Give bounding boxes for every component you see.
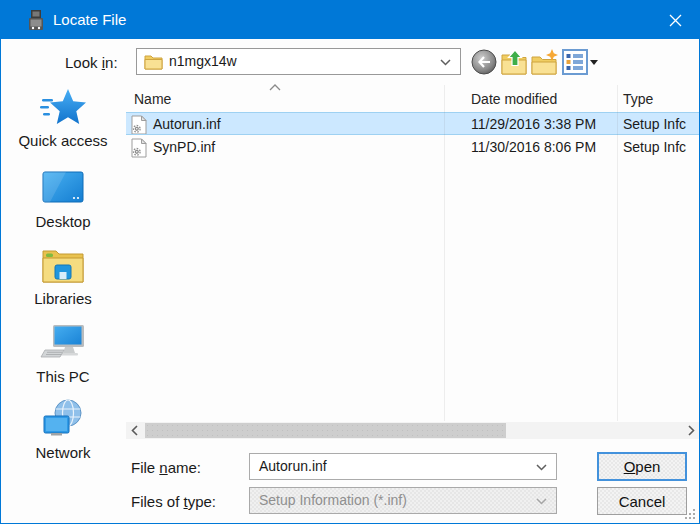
this-pc-computer-icon: [40, 323, 86, 363]
chevron-down-icon: [440, 59, 451, 66]
horizontal-scrollbar[interactable]: [126, 422, 700, 439]
cancel-button-label: Cancel: [619, 493, 666, 510]
file-name-cell: SynPD.inf: [153, 136, 215, 158]
sidebar-item-desktop[interactable]: Desktop: [9, 166, 117, 230]
network-globe-icon: [40, 399, 86, 439]
chevron-left-icon: [131, 425, 138, 436]
folder-up-arrow-icon: [501, 49, 529, 76]
sidebar-item-label: Libraries: [9, 290, 117, 307]
sidebar-item-quick-access[interactable]: Quick access: [9, 85, 117, 149]
look-in-value: n1mgx14w: [169, 49, 237, 74]
column-header-name[interactable]: Name: [134, 91, 171, 107]
files-of-type-label: Files of type:: [131, 493, 216, 510]
sort-ascending-icon: [269, 84, 281, 91]
look-in-combobox[interactable]: n1mgx14w: [136, 48, 461, 75]
quick-access-star-icon: [40, 87, 86, 127]
chevron-right-icon: [688, 425, 695, 436]
back-arrow-sphere-icon: [471, 49, 497, 75]
folder-icon: [144, 54, 163, 70]
file-type-cell: Setup Infc: [623, 113, 686, 135]
files-of-type-value: Setup Information (*.inf): [259, 488, 407, 513]
file-row-autorun[interactable]: Autorun.inf 11/29/2016 3:38 PM Setup Inf…: [126, 112, 700, 135]
file-date-cell: 11/30/2016 8:06 PM: [471, 136, 596, 158]
scroll-right-button[interactable]: [683, 422, 700, 439]
folder-new-sparkle-icon: [531, 49, 559, 76]
app-device-icon: [27, 9, 45, 31]
look-in-label: Look in:: [65, 54, 118, 71]
file-name-value: Autorun.inf: [259, 454, 327, 479]
open-button-label: Open: [624, 458, 661, 475]
resize-grip[interactable]: [683, 507, 696, 520]
column-divider: [617, 85, 618, 421]
window-title: Locate File: [53, 1, 126, 39]
column-divider: [444, 85, 445, 421]
inf-file-icon: [131, 115, 147, 135]
scrollbar-thumb[interactable]: [145, 423, 506, 438]
open-button[interactable]: Open: [597, 452, 687, 481]
file-date-cell: 11/29/2016 3:38 PM: [471, 113, 596, 135]
sidebar-item-label: Quick access: [9, 132, 117, 149]
file-type-cell: Setup Infc: [623, 136, 686, 158]
sidebar-item-label: Network: [9, 444, 117, 461]
scroll-left-button[interactable]: [126, 422, 143, 439]
column-header-type[interactable]: Type: [623, 91, 653, 107]
sidebar-item-this-pc[interactable]: This PC: [9, 321, 117, 385]
titlebar[interactable]: Locate File: [1, 1, 699, 39]
create-new-folder-button[interactable]: [531, 48, 559, 76]
up-one-level-button[interactable]: [501, 48, 529, 76]
locate-file-dialog: Locate File Look in: n1mgx14w: [0, 0, 700, 524]
file-row-synpd[interactable]: SynPD.inf 11/30/2016 8:06 PM Setup Infc: [126, 136, 700, 159]
view-menu-grid-icon: [562, 49, 598, 75]
sidebar-item-network[interactable]: Network: [9, 397, 117, 461]
cancel-button[interactable]: Cancel: [597, 487, 687, 515]
libraries-folder-icon: [40, 246, 86, 284]
sidebar-item-label: This PC: [9, 368, 117, 385]
file-name-cell: Autorun.inf: [153, 113, 221, 135]
chevron-down-icon: [536, 464, 547, 471]
chevron-down-icon: [536, 498, 547, 505]
file-name-combobox[interactable]: Autorun.inf: [249, 453, 557, 480]
desktop-monitor-icon: [40, 170, 86, 206]
close-button[interactable]: [651, 1, 699, 39]
close-icon: [669, 14, 682, 27]
view-menu-button[interactable]: [561, 48, 599, 76]
files-of-type-combobox: Setup Information (*.inf): [249, 487, 557, 514]
sidebar-item-libraries[interactable]: Libraries: [9, 243, 117, 307]
sidebar-item-label: Desktop: [9, 213, 117, 230]
column-header-date-modified[interactable]: Date modified: [471, 91, 557, 107]
back-button[interactable]: [470, 48, 498, 76]
inf-file-icon: [131, 138, 147, 158]
file-name-label: File name:: [131, 459, 201, 476]
